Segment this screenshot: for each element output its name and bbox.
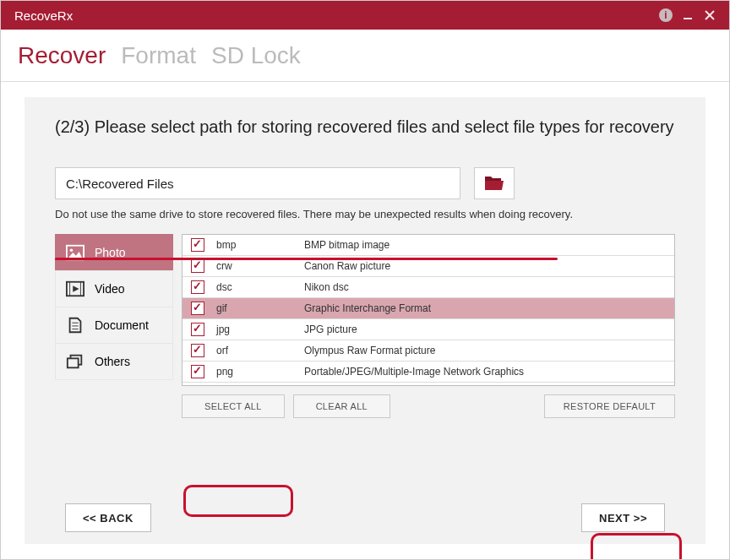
filetype-row[interactable]: jpgJPG picture	[182, 319, 674, 340]
checkbox-icon[interactable]	[191, 238, 204, 252]
file-ext: bmp	[211, 239, 304, 251]
step-instruction: (2/3) Please select path for storing rec…	[25, 117, 705, 167]
browse-button[interactable]	[474, 167, 515, 199]
filetype-list[interactable]: bmpBMP bitmap image crwCanon Raw picture…	[182, 234, 675, 386]
svg-rect-14	[68, 358, 79, 367]
category-others[interactable]: Others	[55, 343, 173, 380]
file-desc: Portable/JPEG/Multiple-Image Network Gra…	[304, 366, 674, 378]
category-video[interactable]: Video	[55, 270, 173, 307]
select-all-button[interactable]: SELECT ALL	[182, 394, 285, 418]
svg-rect-2	[684, 18, 692, 19]
main-nav: Recover Format SD Lock	[1, 30, 729, 82]
minimize-button[interactable]	[677, 4, 699, 26]
checkbox-icon[interactable]	[191, 365, 204, 378]
clear-all-button[interactable]: CLEAR ALL	[293, 394, 390, 418]
others-icon	[66, 353, 84, 370]
filetype-row[interactable]: gifGraphic Interchange Format	[182, 298, 674, 319]
filetype-row[interactable]: dscNikon dsc	[182, 277, 674, 298]
category-document[interactable]: Document	[55, 307, 173, 344]
info-icon[interactable]: i	[655, 4, 677, 26]
restore-default-button[interactable]: RESTORE DEFAULT	[544, 394, 675, 418]
checkbox-icon[interactable]	[191, 280, 204, 294]
category-label: Others	[95, 355, 130, 368]
category-label: Video	[95, 282, 125, 296]
file-desc: Olympus Raw Format picture	[304, 345, 674, 356]
warning-note: Do not use the same drive to store recov…	[25, 199, 705, 234]
category-photo[interactable]: Photo	[55, 234, 173, 271]
checkbox-icon[interactable]	[191, 344, 204, 357]
annotation-ring-next	[591, 533, 682, 560]
file-desc: Nikon dsc	[304, 281, 674, 293]
checkbox-icon[interactable]	[191, 302, 204, 315]
recovery-path-input[interactable]	[55, 167, 460, 199]
checkbox-icon[interactable]	[191, 259, 204, 273]
checkbox-icon[interactable]	[191, 323, 204, 336]
step-panel: (2/3) Please select path for storing rec…	[25, 97, 705, 544]
path-row	[25, 167, 705, 199]
file-ext: gif	[211, 302, 304, 314]
file-ext: crw	[211, 260, 304, 272]
file-ext: jpg	[211, 323, 304, 335]
category-list: Photo Video Document Others	[55, 234, 173, 418]
tab-recover[interactable]: Recover	[18, 42, 106, 69]
svg-point-6	[70, 248, 74, 252]
file-desc: Graphic Interchange Format	[304, 302, 674, 314]
list-buttons: SELECT ALL CLEAR ALL RESTORE DEFAULT	[182, 394, 675, 418]
next-button[interactable]: NEXT >>	[581, 503, 665, 532]
category-label: Document	[95, 318, 149, 332]
content-area: (2/3) Please select path for storing rec…	[1, 82, 729, 559]
file-ext: orf	[211, 345, 304, 356]
filetype-pane: bmpBMP bitmap image crwCanon Raw picture…	[182, 234, 675, 418]
file-desc: BMP bitmap image	[304, 239, 674, 251]
types-area: Photo Video Document Others bmpBMP bitma	[25, 234, 705, 418]
folder-icon	[484, 175, 504, 192]
svg-text:i: i	[664, 9, 667, 21]
file-desc: Canon Raw picture	[304, 260, 674, 272]
document-icon	[66, 317, 84, 334]
file-ext: dsc	[211, 281, 304, 293]
filetype-row[interactable]: pngPortable/JPEG/Multiple-Image Network …	[182, 362, 674, 383]
back-button[interactable]: << BACK	[65, 503, 151, 532]
annotation-underline	[55, 258, 558, 260]
titlebar: RecoveRx i	[1, 1, 729, 30]
filetype-row[interactable]: bmpBMP bitmap image	[182, 235, 674, 256]
step-nav: << BACK NEXT >>	[65, 503, 665, 532]
filetype-row[interactable]: orfOlympus Raw Format picture	[182, 340, 674, 362]
close-button[interactable]	[699, 4, 721, 26]
app-title: RecoveRx	[14, 8, 655, 23]
file-desc: JPG picture	[304, 323, 674, 335]
file-ext: png	[211, 366, 304, 378]
tab-format[interactable]: Format	[121, 42, 196, 69]
tab-sdlock[interactable]: SD Lock	[211, 42, 301, 69]
video-icon	[66, 280, 84, 297]
